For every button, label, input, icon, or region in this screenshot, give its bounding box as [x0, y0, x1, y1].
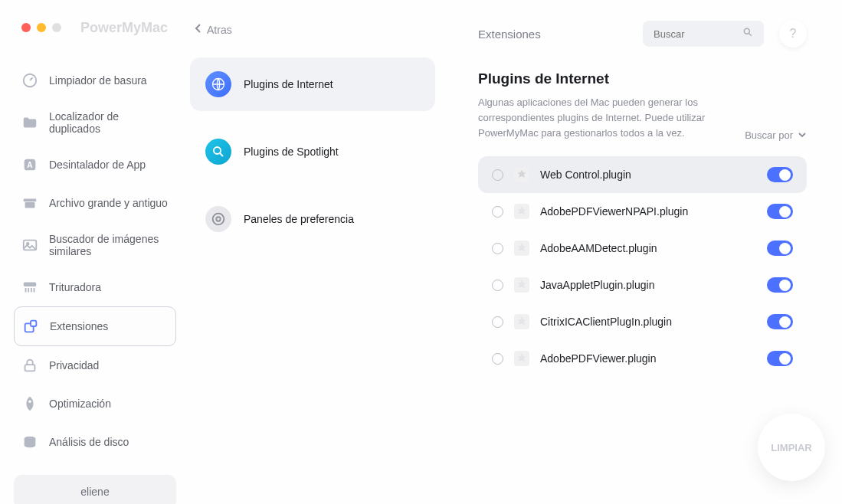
plugin-name: AdobePDFViewerNPAPI.plugin: [540, 205, 756, 218]
plugin-row[interactable]: CitrixICAClientPlugIn.plugin: [478, 303, 807, 340]
plugin-row[interactable]: AdobeAAMDetect.plugin: [478, 230, 807, 267]
maximize-window-button[interactable]: [52, 23, 61, 32]
plugin-select-radio[interactable]: [492, 280, 503, 291]
plugin-icon: [514, 277, 529, 293]
plugin-select-radio[interactable]: [492, 353, 503, 365]
plugin-name: Web Control.plugin: [540, 169, 756, 181]
archive-icon: [21, 195, 38, 211]
svg-point-11: [28, 400, 31, 403]
disk-icon: [21, 434, 38, 450]
sidebar-item-label: Análisis de disco: [49, 436, 129, 448]
plugin-toggle[interactable]: [767, 351, 793, 366]
plugin-icon: [514, 351, 529, 366]
main-panel: Extensiones ? Plugins de Internet Alguna…: [463, 0, 842, 504]
back-label: Atras: [207, 24, 232, 36]
sidebar-item-optimization[interactable]: Optimización: [14, 385, 176, 423]
rocket-icon: [21, 395, 38, 412]
plugin-select-radio[interactable]: [492, 243, 503, 254]
clean-button[interactable]: LIMPIAR: [758, 414, 825, 481]
category-list: Plugins de Internet Plugins de Spotlight…: [190, 57, 463, 246]
plugin-row[interactable]: JavaAppletPlugin.plugin: [478, 267, 807, 303]
svg-rect-10: [25, 365, 35, 371]
plugin-name: JavaAppletPlugin.plugin: [540, 279, 756, 291]
sidebar-item-similar-images[interactable]: Buscador de imágenes similares: [14, 222, 176, 268]
globe-icon: [205, 71, 231, 97]
section-label: Extensiones: [478, 28, 541, 41]
sidebar-items: Limpiador de basura Localizador de dupli…: [0, 61, 190, 461]
category-label: Plugins de Spotlight: [244, 146, 339, 158]
minimize-window-button[interactable]: [37, 23, 46, 32]
svg-rect-9: [31, 321, 36, 326]
sort-label: Buscar por: [745, 129, 793, 141]
plugin-toggle[interactable]: [767, 167, 793, 182]
svg-point-14: [214, 147, 221, 154]
plugin-toggle[interactable]: [767, 241, 793, 256]
app-window: PowerMyMac Limpiador de basura Localizad…: [0, 0, 842, 504]
page-description: Algunas aplicaciones del Mac pueden gene…: [478, 95, 726, 141]
plugin-icon: [514, 314, 529, 329]
plugin-select-radio[interactable]: [492, 316, 503, 328]
chevron-down-icon: [798, 129, 807, 141]
main-header: Extensiones ?: [478, 20, 807, 47]
plugin-row[interactable]: AdobePDFViewer.plugin: [478, 340, 807, 377]
user-badge[interactable]: eliene: [14, 475, 176, 504]
sort-by-button[interactable]: Buscar por: [745, 129, 807, 141]
extensions-icon: [22, 318, 39, 335]
plugin-select-radio[interactable]: [492, 206, 503, 218]
sidebar-item-label: Desintalador de App: [49, 159, 146, 171]
plugin-icon: [514, 204, 529, 219]
plugin-row[interactable]: AdobePDFViewerNPAPI.plugin: [478, 193, 807, 230]
sidebar-item-disk-analysis[interactable]: Análisis de disco: [14, 423, 176, 461]
search-icon: [205, 139, 231, 165]
image-icon: [21, 237, 38, 254]
app-icon: A: [21, 156, 38, 173]
plugin-name: AdobeAAMDetect.plugin: [540, 242, 756, 254]
search-box[interactable]: [643, 21, 764, 47]
svg-point-15: [213, 214, 224, 225]
sidebar-item-junk-cleaner[interactable]: Limpiador de basura: [14, 61, 176, 100]
window-controls: [21, 23, 61, 32]
svg-rect-7: [24, 283, 37, 287]
svg-text:A: A: [27, 161, 33, 169]
shredder-icon: [21, 279, 38, 296]
sidebar-item-duplicate-finder[interactable]: Localizador de duplicados: [14, 100, 176, 146]
plugin-toggle[interactable]: [767, 277, 793, 293]
search-icon: [742, 27, 753, 41]
svg-rect-3: [24, 199, 37, 202]
plugin-toggle[interactable]: [767, 314, 793, 329]
category-internet-plugins[interactable]: Plugins de Internet: [190, 57, 435, 111]
sidebar: PowerMyMac Limpiador de basura Localizad…: [0, 0, 190, 504]
plugin-row[interactable]: Web Control.plugin: [478, 156, 807, 193]
sidebar-item-privacy[interactable]: Privacidad: [14, 346, 176, 385]
category-label: Plugins de Internet: [244, 78, 333, 90]
chevron-left-icon: [195, 23, 202, 36]
category-panel: Atras Plugins de Internet Plugins de Spo…: [190, 0, 463, 504]
category-preference-panes[interactable]: Paneles de preferencia: [190, 192, 435, 246]
sidebar-item-label: Trituradora: [49, 281, 101, 293]
lock-icon: [21, 357, 38, 374]
search-input[interactable]: [654, 28, 730, 40]
sidebar-item-label: Buscador de imágenes similares: [49, 233, 169, 257]
plugin-toggle[interactable]: [767, 204, 793, 219]
plugin-list: Web Control.plugin AdobePDFViewerNPAPI.p…: [478, 156, 807, 377]
sidebar-item-shredder[interactable]: Trituradora: [14, 268, 176, 306]
sidebar-item-label: Limpiador de basura: [49, 74, 147, 87]
clean-label: LIMPIAR: [771, 442, 811, 453]
sidebar-item-extensions[interactable]: Extensiones: [14, 306, 176, 346]
back-button[interactable]: Atras: [190, 15, 463, 57]
sidebar-item-app-uninstaller[interactable]: A Desintalador de App: [14, 146, 176, 184]
sidebar-item-label: Localizador de duplicados: [49, 110, 169, 135]
folder-icon: [21, 114, 38, 131]
svg-point-16: [216, 217, 221, 221]
plugin-icon: [514, 167, 529, 182]
plugin-icon: [514, 241, 529, 256]
close-window-button[interactable]: [21, 23, 31, 32]
help-button[interactable]: ?: [779, 20, 807, 47]
category-spotlight-plugins[interactable]: Plugins de Spotlight: [190, 125, 435, 178]
sidebar-item-large-old-files[interactable]: Archivo grande y antiguo: [14, 184, 176, 222]
app-title: PowerMyMac: [80, 20, 168, 36]
category-label: Paneles de preferencia: [244, 213, 354, 225]
plugin-select-radio[interactable]: [492, 169, 503, 181]
question-icon: ?: [790, 27, 797, 41]
sidebar-item-label: Extensiones: [50, 320, 108, 332]
